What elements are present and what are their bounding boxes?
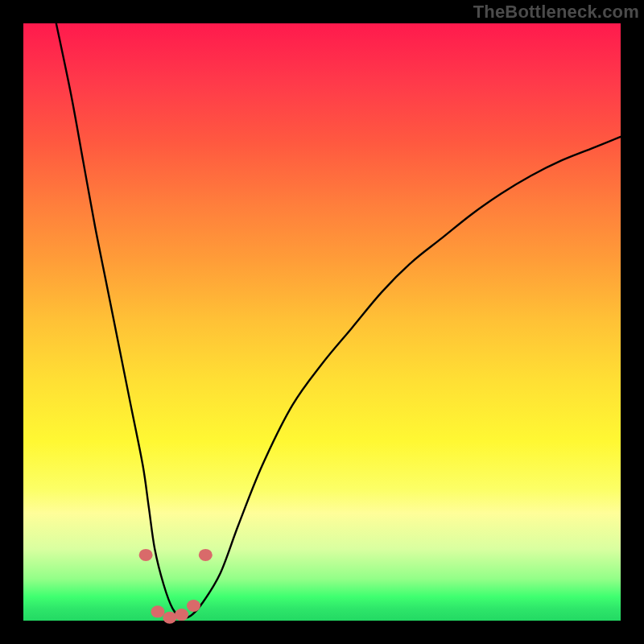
bottleneck-curve-path bbox=[56, 23, 621, 618]
curve-marker bbox=[175, 609, 188, 621]
bottleneck-curve-svg bbox=[23, 23, 621, 621]
curve-marker bbox=[163, 612, 176, 624]
curve-marker bbox=[187, 600, 200, 612]
curve-marker bbox=[199, 549, 213, 561]
watermark-text: TheBottleneck.com bbox=[473, 2, 639, 23]
curve-marker bbox=[139, 549, 153, 561]
curve-marker bbox=[151, 605, 164, 617]
curve-markers bbox=[139, 549, 213, 624]
